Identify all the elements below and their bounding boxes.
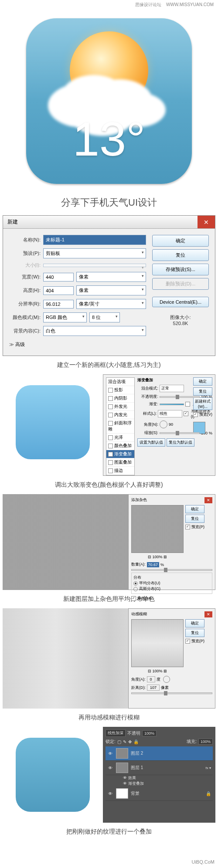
step-motion-blur: 动感模糊 ✕ ⊟ 100% ⊞ 确定 复位 预览(P) 角度(A): 0 度 距…: [3, 608, 215, 709]
style-item[interactable]: 颜色叠加: [106, 442, 134, 450]
height-input[interactable]: 404: [43, 286, 74, 295]
style-item-active[interactable]: 渐变叠加: [106, 450, 134, 458]
resolution-input[interactable]: 96.012: [43, 300, 74, 309]
blur-preview: [131, 619, 184, 667]
visibility-icon[interactable]: 👁: [107, 791, 113, 796]
opacity-slider[interactable]: [160, 396, 200, 398]
style-item[interactable]: 外发光: [106, 403, 134, 411]
noise-ok-button[interactable]: 确定: [185, 505, 204, 513]
scale-slider[interactable]: [160, 432, 200, 434]
noise-preview-checkbox[interactable]: [185, 525, 190, 529]
layer-opacity-input[interactable]: 100%: [142, 730, 157, 736]
new-document-dialog: 新建 ✕ 名称(N): 未标题-1 预设(P): 剪贴板 大小(I): 宽度(W…: [3, 215, 215, 356]
style-item[interactable]: 投影: [106, 386, 134, 394]
style-item[interactable]: 内发光: [106, 411, 134, 419]
angle-input[interactable]: 0: [147, 676, 155, 682]
layer-blendmode-select[interactable]: 线性加深: [106, 729, 126, 737]
style-item[interactable]: 描边: [106, 467, 134, 475]
distance-input[interactable]: 107: [147, 685, 160, 691]
layer-row[interactable]: 👁 图层 2: [106, 746, 213, 761]
gaussian-radio[interactable]: [133, 587, 138, 591]
gradient-picker[interactable]: [160, 403, 184, 405]
style-item[interactable]: 混合选项: [106, 378, 134, 386]
style-item[interactable]: 图案叠加: [106, 458, 134, 467]
blur-reset-button[interactable]: 复位: [185, 629, 204, 637]
ok-button[interactable]: 确定: [152, 235, 209, 247]
layer-row[interactable]: 👁 图层 1 fx ▾: [106, 761, 213, 775]
style-item[interactable]: 光泽: [106, 434, 134, 442]
colormode-select[interactable]: RGB 颜色: [43, 312, 87, 322]
rounded-rect-blue: [16, 385, 90, 459]
style-reset-button[interactable]: 复位: [193, 387, 212, 396]
temperature-text: 13°: [73, 111, 145, 166]
layer-thumb: [116, 763, 128, 773]
gradstyle-select[interactable]: 线性: [158, 410, 182, 417]
close-icon[interactable]: ✕: [198, 216, 215, 228]
lock-icon[interactable]: ✥: [128, 739, 132, 744]
visibility-icon[interactable]: 👁: [107, 766, 113, 770]
reset-default-button[interactable]: 复位为默认值: [167, 438, 194, 447]
caption-2: 调出大致渐变色(颜色根据个人喜好调整): [0, 476, 218, 494]
visibility-icon[interactable]: 👁: [107, 751, 113, 756]
layer-effect[interactable]: 👁 效果: [123, 775, 213, 781]
name-input[interactable]: 未标题-1: [43, 235, 146, 245]
layer-name: 背景: [131, 790, 140, 797]
style-item[interactable]: 内阴影: [106, 394, 134, 403]
caption-5: 把刚刚做好的纹理进行一个叠加: [0, 823, 218, 841]
lock-icon[interactable]: 🔒: [133, 739, 139, 744]
amount-slider[interactable]: [131, 569, 212, 571]
angle-dial[interactable]: [160, 420, 167, 428]
blendmode-select[interactable]: 正常: [160, 385, 184, 392]
close-icon[interactable]: ✕: [204, 611, 212, 617]
layer-name: 图层 1: [131, 765, 143, 771]
uniform-radio[interactable]: [133, 581, 138, 586]
mono-checkbox[interactable]: [131, 596, 136, 601]
align-checkbox[interactable]: [184, 411, 188, 416]
zoom-in-button[interactable]: ⊞: [164, 555, 167, 559]
advanced-toggle[interactable]: ≫ 高级: [9, 339, 146, 349]
layer-fill-input[interactable]: 100%: [198, 739, 213, 745]
motion-blur-dialog: 动感模糊 ✕ ⊟ 100% ⊞ 确定 复位 预览(P) 角度(A): 0 度 距…: [128, 608, 215, 709]
noise-reset-button[interactable]: 复位: [185, 515, 204, 523]
device-central-button[interactable]: Device Central(E)...: [152, 297, 209, 307]
bgcontent-label: 背景内容(C):: [9, 328, 41, 334]
distance-slider[interactable]: [131, 692, 212, 694]
noise-preview: [131, 505, 184, 553]
save-preset-button[interactable]: 存储预设(S)...: [152, 264, 209, 275]
zoom-out-button[interactable]: ⊟: [148, 669, 151, 673]
page-subtitle: 分享下手机天气UI设计: [0, 193, 218, 215]
lock-icon[interactable]: ✎: [123, 739, 126, 744]
style-item[interactable]: 斜面和浮雕: [106, 419, 134, 434]
blur-ok-button[interactable]: 确定: [185, 619, 204, 627]
angle-dial[interactable]: [163, 676, 170, 683]
layers-panel: 线性加深 不透明 100% 锁定: ▢ ✎ ✥ 🔒 填充: 100% 👁 图层 …: [103, 727, 215, 823]
zoom-out-button[interactable]: ⊟: [148, 555, 151, 559]
dialog-title-text: 新建: [7, 219, 18, 225]
style-list: 混合选项 投影 内阴影 外发光 内发光 斜面和浮雕 光泽 颜色叠加 渐变叠加 图…: [106, 377, 135, 475]
style-ok-button[interactable]: 确定: [193, 377, 212, 386]
bgcontent-select[interactable]: 白色: [43, 326, 146, 336]
resolution-unit-select[interactable]: 像素/英寸: [76, 299, 146, 309]
lock-icon[interactable]: ▢: [117, 739, 121, 744]
width-unit-select[interactable]: 像素: [76, 272, 146, 282]
preset-label: 预设(P):: [9, 250, 41, 257]
blur-preview-checkbox[interactable]: [185, 639, 190, 644]
preset-select[interactable]: 剪贴板: [43, 248, 146, 258]
reset-button[interactable]: 复位: [152, 249, 209, 261]
amount-input[interactable]: 70.67: [147, 562, 160, 567]
layer-row[interactable]: 👁 背景 🔒: [106, 787, 213, 801]
bitdepth-select[interactable]: 8 位: [89, 312, 120, 322]
preview-checkbox[interactable]: [193, 412, 198, 417]
dialog-titlebar[interactable]: 新建 ✕: [3, 216, 215, 229]
reverse-checkbox[interactable]: [185, 402, 190, 407]
lock-icon: 🔒: [206, 791, 211, 796]
width-input[interactable]: 440: [43, 273, 74, 281]
step-gradient: 确定 复位 新建样式(W)... 预览(V) 混合选项 投影 内阴影 外发光 内…: [3, 374, 215, 476]
close-icon[interactable]: ✕: [204, 497, 212, 503]
colormode-label: 颜色模式(M):: [9, 314, 41, 321]
zoom-in-button[interactable]: ⊞: [164, 669, 167, 673]
set-default-button[interactable]: 设置为默认值: [137, 438, 165, 447]
height-unit-select[interactable]: 像素: [76, 285, 146, 295]
layer-effect[interactable]: 👁 渐变叠加: [123, 781, 213, 787]
style-new-button[interactable]: 新建样式(W)...: [193, 397, 212, 410]
